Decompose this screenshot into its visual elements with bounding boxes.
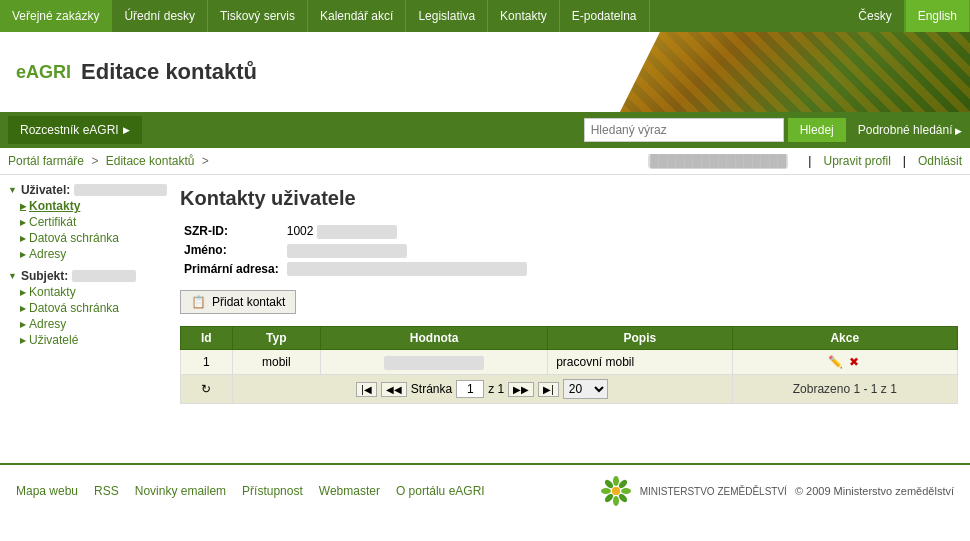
nav-item-epodatelna[interactable]: E-podatelna — [560, 0, 650, 32]
site-header: eAGRI Editace kontaktů — [0, 32, 970, 112]
svg-point-5 — [603, 478, 614, 489]
eagri-brand: eAGRI — [16, 62, 71, 83]
footer-webmaster[interactable]: Webmaster — [319, 484, 380, 498]
add-contact-label: Přidat kontakt — [212, 295, 285, 309]
col-id: Id — [181, 327, 233, 350]
page-input[interactable] — [456, 380, 484, 398]
pagination-controls-cell: |◀ ◀◀ Stránka z 1 ▶▶ ▶| 20 50 100 — [232, 375, 732, 404]
cell-popis: pracovní mobil — [548, 350, 732, 375]
rozcestnik-button[interactable]: Rozcestník eAGRI — [8, 116, 142, 144]
pagination-info: Zobrazeno 1 - 1 z 1 — [732, 375, 957, 404]
breadcrumb-editace[interactable]: Editace kontaktů — [106, 154, 195, 168]
logout-link[interactable]: Odhlásit — [918, 154, 962, 168]
sidebar-subject-name: ████ s.r.o. — [72, 270, 136, 282]
search-wrap: Hledej Podrobné hledání — [584, 118, 962, 142]
sidebar-item-kontakty-user[interactable]: Kontakty — [20, 199, 168, 213]
pagination-controls: |◀ ◀◀ Stránka z 1 ▶▶ ▶| 20 50 100 — [241, 379, 724, 399]
delete-contact-icon[interactable]: ✖ — [846, 354, 862, 370]
contact-info-block: SZR-ID: 1002 Jméno: Primární adresa: — [180, 222, 958, 278]
breadcrumb: Portál farmáře > Editace kontaktů > — [8, 154, 213, 168]
sidebar-item-adresy-subject[interactable]: Adresy — [20, 317, 168, 331]
breadcrumb-sep3: | — [808, 154, 811, 168]
page-label: Stránka — [411, 382, 452, 396]
site-footer: Mapa webu RSS Novinky emailem Přístupnos… — [0, 463, 970, 517]
svg-point-2 — [613, 496, 619, 506]
edit-contact-icon[interactable]: ✏️ — [827, 354, 843, 370]
footer-copyright: © 2009 Ministerstvo zemědělství — [795, 485, 954, 497]
content-heading: Kontakty uživatele — [180, 187, 958, 210]
svg-point-1 — [613, 476, 619, 486]
svg-point-3 — [601, 488, 611, 494]
breadcrumb-sep1: > — [91, 154, 101, 168]
ministry-name: MINISTERSTVO ZEMĚDĚLSTVÍ — [640, 485, 787, 498]
edit-profile-link[interactable]: Upravit profil — [823, 154, 890, 168]
svg-point-9 — [612, 487, 620, 495]
first-page-btn[interactable]: |◀ — [356, 382, 377, 397]
add-contact-button[interactable]: 📋 Přidat kontakt — [180, 290, 296, 314]
next-page-btn[interactable]: ▶▶ — [508, 382, 534, 397]
advanced-search-link[interactable]: Podrobné hledání — [858, 123, 962, 137]
pagination-refresh-cell: ↻ — [181, 375, 233, 404]
footer-novinky[interactable]: Novinky emailem — [135, 484, 226, 498]
sidebar-item-adresy-user[interactable]: Adresy — [20, 247, 168, 261]
footer-links: Mapa webu RSS Novinky emailem Přístupnos… — [16, 484, 485, 498]
lang-english[interactable]: English — [905, 0, 970, 32]
main-layout: Uživatel: ███████ ████ Kontakty Certifik… — [0, 175, 970, 455]
breadcrumb-sep2: > — [202, 154, 209, 168]
ministry-logo: MINISTERSTVO ZEMĚDĚLSTVÍ — [598, 473, 787, 509]
table-row: 1 mobil pracovní mobil ✏️ ✖ — [181, 350, 958, 375]
breadcrumb-bar: Portál farmáře > Editace kontaktů > ████… — [0, 148, 970, 175]
nav-item-verejne-zakazky[interactable]: Veřejné zakázky — [0, 0, 112, 32]
sidebar-item-certifikat[interactable]: Certifikát — [20, 215, 168, 229]
page-title: Editace kontaktů — [81, 59, 257, 85]
nav-item-uredni-desky[interactable]: Úřední desky — [112, 0, 208, 32]
breadcrumb-portal[interactable]: Portál farmáře — [8, 154, 84, 168]
footer-rss[interactable]: RSS — [94, 484, 119, 498]
svg-point-7 — [603, 492, 614, 503]
sidebar-item-datova-schranka-user[interactable]: Datová schránka — [20, 231, 168, 245]
search-bar: Rozcestník eAGRI Hledej Podrobné hledání — [0, 112, 970, 148]
sidebar-item-uzivatele[interactable]: Uživatelé — [20, 333, 168, 347]
col-popis: Popis — [548, 327, 732, 350]
col-akce: Akce — [732, 327, 957, 350]
szr-label: SZR-ID: — [180, 222, 283, 241]
footer-o-portalu[interactable]: O portálu eAGRI — [396, 484, 485, 498]
nav-item-kalendar-akci[interactable]: Kalendář akcí — [308, 0, 406, 32]
sidebar-item-datova-schranka-subject[interactable]: Datová schránka — [20, 301, 168, 315]
refresh-icon[interactable]: ↻ — [201, 382, 211, 396]
sidebar-item-kontakty-subject[interactable]: Kontakty — [20, 285, 168, 299]
sidebar-subject-links: Kontakty Datová schránka Adresy Uživatel… — [8, 285, 168, 347]
nav-item-legislativa[interactable]: Legislativa — [406, 0, 488, 32]
breadcrumb-actions: ████████████████ | Upravit profil | Odhl… — [648, 154, 962, 168]
per-page-select[interactable]: 20 50 100 — [563, 379, 608, 399]
cell-hodnota — [321, 350, 548, 375]
cell-akce: ✏️ ✖ — [732, 350, 957, 375]
header-image-overlay — [620, 32, 970, 112]
svg-point-8 — [617, 492, 628, 503]
search-button[interactable]: Hledej — [788, 118, 846, 142]
footer-mapa-webu[interactable]: Mapa webu — [16, 484, 78, 498]
last-page-btn[interactable]: ▶| — [538, 382, 559, 397]
prev-page-btn[interactable]: ◀◀ — [381, 382, 407, 397]
jmeno-value — [287, 244, 407, 258]
sidebar: Uživatel: ███████ ████ Kontakty Certifik… — [8, 183, 168, 447]
sidebar-user-label: Uživatel: — [21, 183, 70, 197]
lang-czech[interactable]: Česky — [846, 0, 904, 32]
nav-item-tiskovy-servis[interactable]: Tiskový servis — [208, 0, 308, 32]
sidebar-user-links: Kontakty Certifikát Datová schránka Adre… — [8, 199, 168, 261]
sidebar-user-section: Uživatel: ███████ ████ Kontakty Certifik… — [8, 183, 168, 261]
header-logo: eAGRI Editace kontaktů — [0, 59, 273, 85]
main-content: Kontakty uživatele SZR-ID: 1002 Jméno: P… — [176, 183, 962, 447]
svg-point-6 — [617, 478, 628, 489]
search-input[interactable] — [584, 118, 784, 142]
sidebar-user-name: ███████ ████ — [74, 184, 167, 196]
user-name-display: ████████████████ — [648, 154, 788, 168]
col-typ: Typ — [232, 327, 321, 350]
sidebar-subject-section: Subjekt: ████ s.r.o. Kontakty Datová sch… — [8, 269, 168, 347]
nav-item-kontakty[interactable]: Kontakty — [488, 0, 560, 32]
ministry-logo-icon — [598, 473, 634, 509]
szr-value: 1002 — [283, 222, 531, 241]
sidebar-user-header: Uživatel: ███████ ████ — [8, 183, 168, 197]
footer-pristupnost[interactable]: Přístupnost — [242, 484, 303, 498]
adresa-value — [287, 262, 527, 276]
